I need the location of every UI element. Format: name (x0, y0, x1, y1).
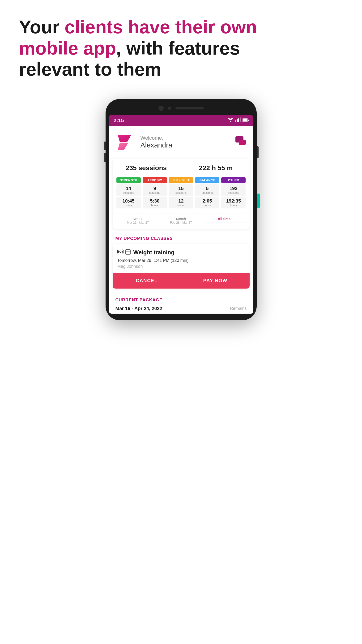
front-camera (158, 106, 164, 111)
aerobic-hours: 5:30 hours (143, 197, 167, 208)
svg-rect-2 (237, 119, 238, 122)
balance-hours: 2:05 hours (195, 197, 219, 208)
balance-hours-value: 2:05 (196, 198, 218, 204)
app-content: Welcome, Alexandra (109, 126, 253, 314)
category-other: OTHER 192 sessions 192:35 hours (221, 177, 246, 208)
logo-area: Welcome, Alexandra (115, 132, 172, 152)
phone-top-bar (109, 106, 253, 115)
category-flexibility: FLEXIBILIT 15 sessions 12 hours (169, 177, 193, 208)
headline-normal2: , with features (116, 38, 240, 58)
welcome-text: Welcome, Alexandra (140, 135, 172, 149)
stats-card: 235 sessions 222 h 55 m STRENGTH (113, 158, 250, 229)
svg-rect-7 (248, 120, 249, 121)
balance-badge: BALANCE (195, 177, 219, 184)
stats-divider (181, 163, 181, 173)
phone-screen: 2:15 (109, 115, 253, 314)
category-balance: BALANCE 5 sessions 2:05 hours (195, 177, 219, 208)
battery-icon (243, 118, 249, 124)
total-sessions: 235 sessions (116, 164, 176, 172)
aerobic-hours-value: 5:30 (144, 198, 166, 204)
svg-rect-4 (240, 118, 241, 122)
class-instructor: Meg Johnson (117, 264, 245, 269)
class-actions: CANCEL PAY NOW (113, 273, 250, 288)
strength-hours-value: 10:45 (117, 198, 140, 204)
pay-now-button[interactable]: PAY NOW (181, 273, 250, 288)
flexibility-badge: FLEXIBILIT (169, 177, 193, 184)
svg-rect-6 (243, 119, 247, 122)
upcoming-classes-label: MY UPCOMING CLASSES (109, 234, 253, 244)
svg-rect-3 (238, 118, 239, 122)
total-hours-value: 222 h 55 m (199, 164, 233, 172)
flexibility-hours: 12 hours (169, 197, 193, 208)
svg-rect-12 (126, 250, 130, 254)
status-time: 2:15 (114, 118, 124, 124)
volume-up-button (104, 142, 106, 150)
headline-line3: relevant to them (19, 59, 161, 80)
flexibility-sessions: 15 sessions (169, 184, 193, 196)
strength-sessions: 14 sessions (116, 184, 141, 196)
class-time: Tomorrow, Mar 28, 1:41 PM (120 min) (117, 258, 245, 263)
other-hours-value: 192:35 (222, 198, 245, 204)
total-sessions-value: 235 sessions (126, 164, 167, 172)
wifi-icon (227, 118, 234, 124)
flexibility-hours-value: 12 (170, 198, 192, 204)
class-name: Weight training (133, 249, 175, 256)
other-hours: 192:35 hours (221, 197, 246, 208)
tab-alltime[interactable]: All time (203, 217, 246, 222)
strength-sessions-value: 14 (117, 186, 140, 191)
tab-month-range: Feb 28 - Mar 27 (159, 221, 203, 224)
phone-device: 2:15 (106, 99, 257, 320)
volume-down-button (104, 154, 106, 162)
power-button (257, 146, 259, 158)
headline: Your clients have their own mobile app, … (19, 16, 343, 80)
package-dates: Mar 16 - Apr 24, 2022 (115, 306, 162, 311)
headline-your: Your (19, 16, 65, 37)
status-bar: 2:15 (109, 115, 253, 126)
time-tabs: Week Mar 21 - Mar 27 Month Feb 28 - Mar … (116, 213, 246, 224)
tab-month[interactable]: Month Feb 28 - Mar 27 (159, 217, 203, 224)
aerobic-badge: AEROBIC (143, 177, 167, 184)
svg-rect-1 (235, 120, 236, 122)
cast-icon (117, 248, 123, 256)
category-strength: STRENGTH 14 sessions 10:45 hours (116, 177, 141, 208)
cancel-button[interactable]: CANCEL (113, 273, 181, 288)
strength-hours: 10:45 hours (116, 197, 141, 208)
calendar-icon (125, 248, 131, 256)
other-badge: OTHER (221, 177, 246, 184)
category-aerobic: AEROBIC 9 sessions 5:30 hours (143, 177, 167, 208)
package-dates-row: Mar 16 - Apr 24, 2022 Remains (115, 306, 247, 311)
tab-month-label: Month (159, 217, 203, 221)
package-section: CURRENT PACKAGE Mar 16 - Apr 24, 2022 Re… (109, 292, 253, 314)
speaker (175, 107, 204, 110)
app-header: Welcome, Alexandra (109, 126, 253, 156)
svg-point-11 (119, 251, 121, 253)
svg-marker-10 (239, 144, 241, 146)
tab-week-range: Mar 21 - Mar 27 (116, 221, 160, 224)
welcome-name: Alexandra (140, 141, 172, 149)
status-icons (227, 118, 249, 124)
app-logo (115, 132, 137, 152)
balance-sessions-value: 5 (196, 186, 218, 191)
total-hours: 222 h 55 m (186, 164, 246, 172)
aerobic-sessions: 9 sessions (143, 184, 167, 196)
signal-icon (235, 118, 241, 124)
category-grid: STRENGTH 14 sessions 10:45 hours (116, 177, 246, 208)
strength-badge: STRENGTH (116, 177, 141, 184)
sensor-dot (168, 106, 171, 110)
chat-icon-button[interactable] (235, 136, 247, 149)
phone-wrapper: 2:15 (0, 90, 362, 334)
class-card: Weight training Tomorrow, Mar 28, 1:41 P… (113, 244, 250, 288)
welcome-label: Welcome, (140, 135, 172, 141)
tab-alltime-label: All time (203, 217, 246, 222)
tab-week[interactable]: Week Mar 21 - Mar 27 (116, 217, 160, 224)
tab-week-label: Week (116, 217, 160, 221)
aerobic-sessions-value: 9 (144, 186, 166, 191)
package-section-label: CURRENT PACKAGE (115, 298, 247, 302)
page-header: Your clients have their own mobile app, … (0, 0, 362, 90)
balance-sessions: 5 sessions (195, 184, 219, 196)
other-sessions-value: 192 (222, 186, 245, 191)
svg-point-0 (230, 121, 231, 122)
headline-highlight1: clients have their own (65, 16, 257, 37)
class-icons (117, 248, 131, 256)
headline-highlight2: mobile app (19, 38, 116, 58)
